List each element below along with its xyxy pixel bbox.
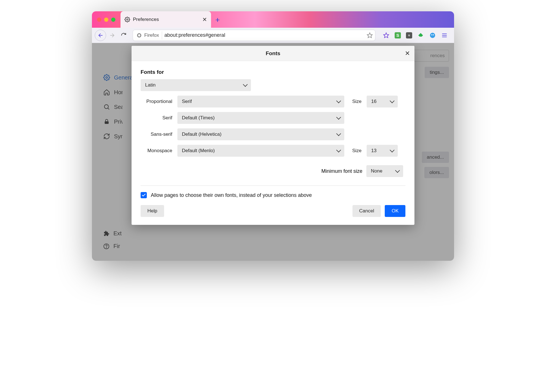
- serif-label: Serif: [141, 115, 172, 121]
- sans-serif-label: Sans-serif: [141, 132, 172, 137]
- identity-box[interactable]: Firefox: [135, 31, 162, 39]
- fonts-for-label: Fonts for: [141, 69, 405, 75]
- firefox-logo-icon: [136, 33, 142, 38]
- svg-marker-5: [367, 33, 372, 37]
- tab-title: Preferences: [133, 17, 199, 22]
- monospace-label: Monospace: [141, 148, 172, 154]
- minimize-window-button[interactable]: [104, 18, 108, 22]
- close-icon[interactable]: ✕: [405, 50, 410, 57]
- identity-label: Firefox: [144, 33, 159, 38]
- svg-point-9: [433, 34, 434, 35]
- svg-marker-6: [384, 33, 389, 37]
- highlights-icon[interactable]: [383, 32, 390, 39]
- extension-s-icon[interactable]: S: [395, 32, 401, 38]
- dialog-title: Fonts: [266, 50, 280, 57]
- forward-button[interactable]: [107, 30, 117, 40]
- ublock-icon[interactable]: u: [406, 32, 412, 38]
- gear-icon: [124, 17, 130, 22]
- sans-serif-select[interactable]: Default (Helvetica): [177, 128, 344, 140]
- monospace-size-label: Size: [352, 148, 362, 154]
- proportional-label: Proportional: [141, 99, 172, 104]
- allow-pages-checkbox[interactable]: [141, 192, 147, 198]
- serif-select[interactable]: Default (Times): [177, 112, 344, 124]
- proportional-size-select[interactable]: 16: [367, 96, 398, 107]
- tab-close-icon[interactable]: ✕: [202, 16, 207, 23]
- feedly-icon[interactable]: [417, 32, 424, 39]
- ok-button[interactable]: OK: [385, 205, 405, 217]
- svg-point-4: [138, 34, 140, 36]
- back-button[interactable]: [95, 30, 106, 41]
- close-window-button[interactable]: [97, 18, 101, 22]
- min-font-size-select[interactable]: None: [366, 165, 403, 177]
- fonts-dialog: Fonts ✕ Fonts for Latin Proportional Ser…: [132, 46, 414, 225]
- proportional-size-label: Size: [352, 99, 362, 104]
- help-button[interactable]: Help: [141, 205, 164, 217]
- min-font-size-label: Minimum font size: [321, 168, 362, 174]
- svg-point-8: [431, 34, 432, 35]
- svg-point-7: [430, 33, 435, 38]
- monospace-size-select[interactable]: 13: [367, 145, 398, 157]
- separator: [141, 186, 405, 186]
- url-text: about:preferences#general: [164, 32, 364, 38]
- bookmark-star-icon[interactable]: [367, 32, 373, 38]
- cancel-button[interactable]: Cancel: [352, 205, 381, 217]
- tab-strip: Preferences ✕ ＋: [92, 11, 454, 28]
- allow-pages-label: Allow pages to choose their own fonts, i…: [151, 192, 312, 198]
- window-controls: [92, 11, 121, 28]
- browser-tab-preferences[interactable]: Preferences ✕: [121, 11, 211, 28]
- reload-button[interactable]: [119, 30, 129, 40]
- url-bar[interactable]: Firefox about:preferences#general: [133, 30, 375, 41]
- monospace-select[interactable]: Default (Menlo): [177, 145, 344, 157]
- svg-point-0: [127, 19, 128, 20]
- proportional-select[interactable]: Serif: [177, 96, 344, 107]
- extension-misc-icon[interactable]: [429, 32, 436, 39]
- toolbar: Firefox about:preferences#general S u: [92, 28, 454, 43]
- zoom-window-button[interactable]: [111, 18, 115, 22]
- new-tab-button[interactable]: ＋: [211, 11, 224, 28]
- script-select[interactable]: Latin: [141, 79, 251, 91]
- app-menu-button[interactable]: [441, 32, 448, 39]
